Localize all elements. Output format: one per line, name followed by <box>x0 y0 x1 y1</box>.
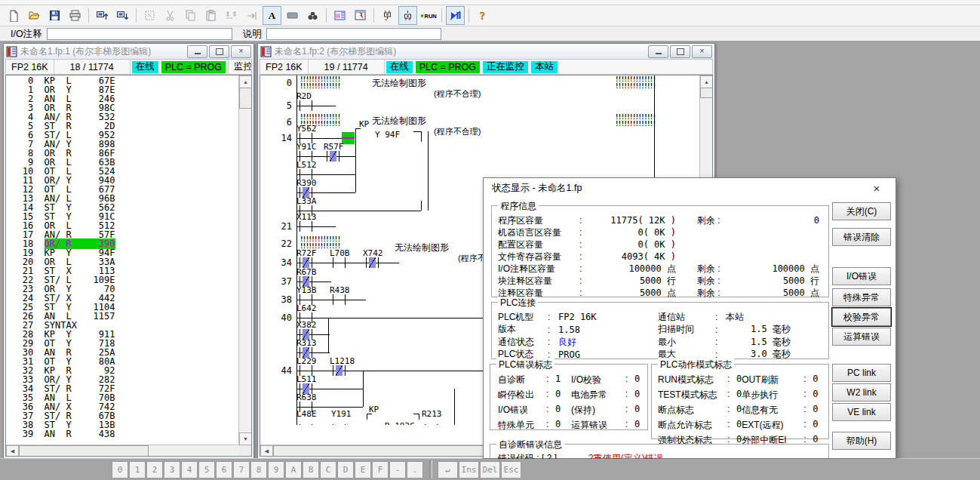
keypad-key[interactable]: 3 <box>164 461 180 478</box>
instruction-row[interactable]: 39 AN R 438 <box>6 429 239 438</box>
flag-item: 信息有无:0 <box>742 404 825 417</box>
plc-offline-button[interactable] <box>378 6 397 25</box>
description-input[interactable] <box>266 28 441 40</box>
restore-button[interactable] <box>670 45 690 58</box>
io-comment-input[interactable] <box>47 28 232 40</box>
svg-text:14: 14 <box>281 133 292 143</box>
keypad-key[interactable]: 8 <box>250 461 267 478</box>
svg-text:44: 44 <box>281 365 292 376</box>
keypad-key[interactable]: 1 <box>129 461 146 478</box>
close-dialog-button[interactable]: 关闭(C) <box>832 202 891 220</box>
keypad-key[interactable]: 0 <box>112 461 128 478</box>
svg-text:(程序不合理): (程序不合理) <box>434 127 481 136</box>
scroll-left-icon[interactable]: ◀ <box>6 445 19 457</box>
plc-mode-badge: PLC = PROG <box>416 61 480 73</box>
cut-button[interactable] <box>161 6 180 25</box>
comment-bar-button[interactable] <box>283 6 302 25</box>
io-error-button[interactable]: I/O错误 <box>832 267 891 285</box>
close-icon[interactable]: × <box>866 182 887 195</box>
copy-button[interactable] <box>181 6 200 25</box>
pc-link-button[interactable]: PC link <box>832 364 891 382</box>
left-vertical-scrollbar[interactable]: ▲ ▼ <box>238 75 251 445</box>
svg-text:Y91C: Y91C <box>296 142 317 152</box>
flag-item: TEST模式标志:0 <box>658 389 742 402</box>
save-button[interactable] <box>45 6 64 25</box>
keypad-key[interactable]: 6 <box>216 461 232 478</box>
online-badge: 在线 <box>386 61 413 73</box>
monitoring-badge: 正在监控 <box>483 61 528 73</box>
jump-button[interactable] <box>242 6 261 25</box>
toolbar-separator <box>468 8 469 23</box>
keypad-key[interactable]: F <box>372 461 389 478</box>
keypad-key[interactable]: Esc <box>501 461 521 478</box>
help-button[interactable]: ? <box>473 6 492 25</box>
keypad-key[interactable]: 9 <box>268 461 284 478</box>
scroll-left-icon[interactable]: ◀ <box>260 445 273 457</box>
special-error-button[interactable]: 特殊异常 <box>832 288 891 306</box>
minimize-button[interactable] <box>187 45 207 58</box>
scroll-up-icon[interactable]: ▲ <box>700 75 713 88</box>
monitor-toggle-button[interactable] <box>446 6 465 25</box>
maximize-button[interactable] <box>209 45 229 58</box>
left-horizontal-scrollbar[interactable]: ◀ <box>6 445 239 456</box>
program-window-button[interactable] <box>351 6 370 25</box>
scrollbar-thumb[interactable] <box>19 445 149 457</box>
dialog-titlebar[interactable]: 状态显示 - 未命名1.fp × <box>484 178 896 198</box>
menu-strip <box>0 0 980 5</box>
instruction-list[interactable]: 0 KP L 67E 1 OR Y 87E 2 AN L 246 3 OR R … <box>6 76 239 445</box>
ve-link-button[interactable]: VE link <box>832 403 891 421</box>
w2-link-button[interactable]: W2 link <box>832 383 891 402</box>
keypad-key[interactable]: - <box>389 461 406 478</box>
new-file-button[interactable] <box>5 6 23 25</box>
right-window-titlebar[interactable]: 未命名1.fp:2 (布尔梯形图编辑) × <box>258 44 714 59</box>
text-mode-button[interactable]: A <box>263 6 281 25</box>
keypad-key[interactable]: A <box>285 461 302 478</box>
left-window-body: 0 KP L 67E 1 OR Y 87E 2 AN L 246 3 OR R … <box>5 75 252 457</box>
close-icon[interactable]: × <box>231 45 251 58</box>
open-file-button[interactable] <box>25 6 44 25</box>
verify-error-button[interactable]: 校验异常 <box>832 308 891 326</box>
close-icon[interactable]: × <box>692 45 712 58</box>
download-to-plc-button[interactable] <box>113 6 132 25</box>
io-comment-editor-button[interactable] <box>330 6 349 25</box>
keypad-key[interactable]: ↵ <box>438 461 458 478</box>
keypad-key[interactable]: Ins <box>459 461 479 478</box>
scroll-down-icon[interactable]: ▼ <box>239 432 252 445</box>
scrollbar-thumb[interactable] <box>700 88 713 98</box>
run-mode-button[interactable]: RUN <box>419 6 438 25</box>
svg-text:L642: L642 <box>296 303 317 313</box>
keypad-key[interactable]: 4 <box>181 461 198 478</box>
operation-error-button[interactable]: 运算错误 <box>832 328 891 346</box>
scrollbar-thumb[interactable] <box>239 88 252 109</box>
keypad-key[interactable]: 5 <box>198 461 215 478</box>
flag-item: 瞬停检出:0 <box>498 389 571 402</box>
select-button[interactable] <box>140 6 159 25</box>
keypad-key[interactable]: C <box>320 461 336 478</box>
scroll-up-icon[interactable]: ▲ <box>239 75 252 88</box>
svg-text:38: 38 <box>281 294 292 305</box>
plc-online-button[interactable] <box>398 6 417 25</box>
paste-button[interactable] <box>201 6 220 25</box>
keypad-key[interactable]: 2 <box>146 461 163 478</box>
svg-text:L512: L512 <box>296 160 317 170</box>
help-dialog-button[interactable]: 帮助(H) <box>832 432 891 450</box>
clear-error-button[interactable]: 错误清除 <box>832 228 891 246</box>
upload-from-plc-button[interactable] <box>93 6 112 25</box>
print-button[interactable] <box>66 6 84 25</box>
left-window-titlebar[interactable]: 未命名1.fp:1 (布尔非梯形图编辑) × <box>4 44 253 59</box>
keypad-key[interactable]: Del <box>480 461 500 478</box>
io-convert-button[interactable] <box>222 6 241 25</box>
plc-connection-row: 版本:1.58 <box>498 324 658 337</box>
letter-a-icon: A <box>266 9 278 22</box>
minimize-button[interactable] <box>648 45 668 58</box>
keypad-key[interactable]: . <box>407 461 423 478</box>
keypad-key[interactable]: E <box>355 461 371 478</box>
monitor-label: 监控 <box>228 60 252 74</box>
find-button[interactable] <box>303 6 322 25</box>
keypad-key[interactable]: D <box>337 461 354 478</box>
app-window-icon <box>6 46 17 57</box>
select-icon <box>143 9 156 22</box>
keypad-key[interactable]: 7 <box>233 461 250 478</box>
io-comment-label: I/O注释 <box>11 28 42 41</box>
keypad-key[interactable]: B <box>303 461 319 478</box>
